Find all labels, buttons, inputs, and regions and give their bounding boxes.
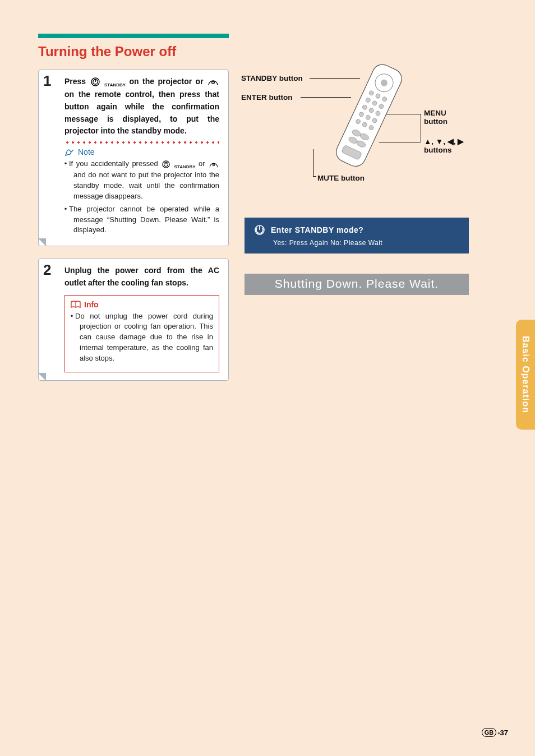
label-menu: MENU button bbox=[424, 109, 448, 126]
label-standby: STANDBY button bbox=[241, 74, 303, 82]
info-box: Info Do not unplug the power cord during… bbox=[64, 295, 219, 372]
section-tab: Basic Operation bbox=[516, 320, 535, 430]
step-corner-icon bbox=[38, 238, 46, 246]
top-rule bbox=[38, 34, 229, 38]
info-text: Do not unplug the power cord during proj… bbox=[75, 311, 213, 364]
section-tab-label: Basic Operation bbox=[520, 336, 531, 413]
power-icon bbox=[162, 160, 170, 168]
note-heading: Note bbox=[64, 147, 219, 156]
label-enter: ENTER button bbox=[241, 93, 292, 102]
step-2-number: 2 bbox=[43, 261, 51, 279]
info-book-icon bbox=[71, 301, 81, 308]
step-2-box: 2 Unplug the power cord from the AC outl… bbox=[38, 259, 229, 381]
osd-line2: Yes: Press Again No: Please Wait bbox=[254, 239, 468, 247]
dotted-rule bbox=[64, 141, 219, 144]
info-label: Info bbox=[84, 300, 99, 309]
step-1-box: 1 Press STANDBY on the projector or on t… bbox=[38, 70, 229, 246]
label-arrows: ▲, ▼, ◀, ▶ buttons bbox=[424, 137, 464, 154]
remote-control-icon bbox=[312, 63, 424, 181]
osd-power-icon bbox=[254, 224, 265, 236]
region-badge: GB bbox=[482, 728, 497, 737]
section-heading: Turning the Power off bbox=[38, 44, 498, 59]
note-pen-icon bbox=[64, 147, 76, 156]
step-1-text: Press STANDBY on the projector or on the… bbox=[64, 76, 219, 137]
osd-line1: Enter STANDBY mode? bbox=[271, 225, 363, 234]
step-2-text: Unplug the power cord from the AC outlet… bbox=[64, 265, 219, 289]
power-icon bbox=[91, 77, 100, 86]
page-number: -37 bbox=[497, 729, 508, 737]
note-label: Note bbox=[78, 147, 95, 156]
page-footer: GB -37 bbox=[482, 728, 508, 737]
note-body: If you accidentally pressed STANDBY or a… bbox=[64, 159, 219, 236]
power-icon-remote bbox=[208, 78, 218, 86]
shutdown-message: Shutting Down. Please Wait. bbox=[245, 274, 469, 295]
power-icon-remote bbox=[209, 161, 218, 168]
step-1-number: 1 bbox=[43, 72, 51, 90]
step-corner-icon bbox=[38, 373, 46, 381]
remote-diagram: STANDBY button ENTER button MENU button … bbox=[245, 70, 491, 193]
osd-confirm-box: Enter STANDBY mode? Yes: Press Again No:… bbox=[245, 218, 469, 253]
